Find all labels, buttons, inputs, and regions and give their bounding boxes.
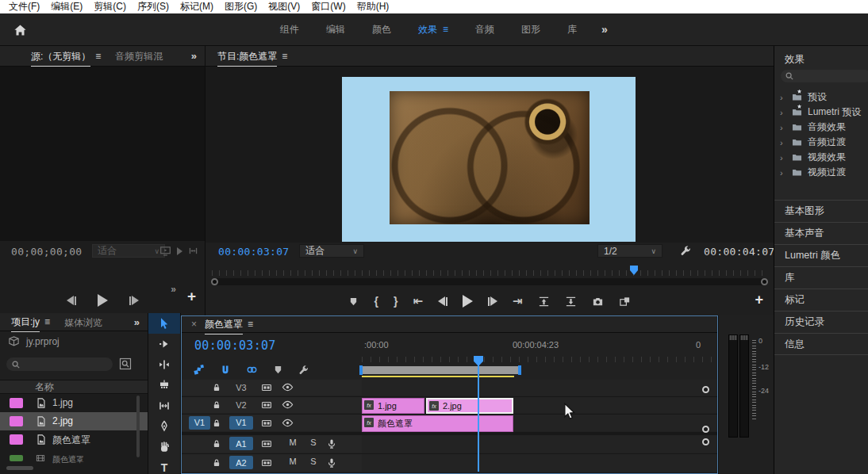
track-a1-label[interactable]: A1 <box>229 437 253 450</box>
project-row-color-matte[interactable]: 颜色遮罩 <box>0 430 148 449</box>
lift-button[interactable] <box>538 296 550 308</box>
timeline-ruler[interactable]: :00:00 00:00:04:23 0 <box>362 335 717 362</box>
program-zoom-scrollbar[interactable] <box>212 278 767 285</box>
track-select-tool[interactable] <box>148 334 180 354</box>
timeline-timecode[interactable]: 00:00:03:07 <box>194 338 276 353</box>
lock-icon[interactable] <box>212 400 221 410</box>
track-v3-label[interactable]: V3 <box>229 380 253 394</box>
project-horizontal-scrollbar[interactable] <box>6 466 33 470</box>
panel-menu-icon[interactable]: ≡ <box>282 51 287 62</box>
source-patch-icon[interactable] <box>261 457 272 468</box>
new-search-bin-button[interactable] <box>119 357 133 371</box>
tab-audio-clip-mixer[interactable]: 音频剪辑混 <box>108 46 170 66</box>
solo-button[interactable]: S <box>307 438 320 447</box>
tab-lumetri-color[interactable]: Lumetri 颜色 <box>774 244 868 266</box>
tab-essential-graphics[interactable]: 基本图形 <box>774 200 868 222</box>
project-row-2jpg[interactable]: 2.jpg <box>0 412 148 430</box>
chevron-right-icon[interactable]: › <box>780 153 786 162</box>
chevron-right-icon[interactable]: › <box>780 93 786 102</box>
source-button-editor-plus[interactable]: + <box>187 288 196 305</box>
panel-menu-icon[interactable]: ≡ <box>248 319 253 330</box>
chevron-right-icon[interactable]: › <box>780 108 786 117</box>
go-to-in-button[interactable]: ⇤ <box>413 294 423 308</box>
menu-graphics[interactable]: 图形(G) <box>219 0 263 13</box>
button-editor-icon[interactable] <box>188 246 198 256</box>
lock-icon[interactable] <box>212 383 221 392</box>
export-frame-button[interactable] <box>592 296 604 308</box>
play-icon[interactable] <box>177 247 182 255</box>
effects-folder-audio-transitions[interactable]: › 音频过渡 <box>774 135 868 150</box>
timeline-scroll-knob[interactable] <box>702 426 709 433</box>
eye-icon[interactable] <box>282 417 294 429</box>
effects-folder-lumetri-presets[interactable]: › Lumetri 预设 <box>774 105 868 120</box>
track-a2-label[interactable]: A2 <box>229 456 253 469</box>
scrollbar-left-knob[interactable] <box>211 278 218 285</box>
effects-folder-video-effects[interactable]: › 视频效果 <box>774 150 868 165</box>
home-button[interactable] <box>10 21 29 40</box>
comparison-view-button[interactable] <box>619 296 631 308</box>
drag-video-icon[interactable] <box>159 245 171 257</box>
lock-icon[interactable] <box>212 439 221 449</box>
tab-sequence[interactable]: 颜色遮罩≡ <box>202 316 256 332</box>
mark-out-button[interactable]: } <box>394 295 398 308</box>
menu-markers[interactable]: 标记(M) <box>175 0 219 13</box>
tab-project[interactable]: 项目:jy≡ <box>4 313 57 331</box>
slip-tool[interactable] <box>148 396 180 416</box>
tab-media-browser[interactable]: 媒体浏览 <box>57 313 109 331</box>
program-zoom-select[interactable]: 适合∨ <box>299 244 364 258</box>
timeline-playhead-head[interactable] <box>474 356 483 366</box>
effects-folder-presets[interactable]: › 预设 <box>774 90 868 105</box>
source-more-buttons[interactable]: » <box>171 284 176 295</box>
tab-info[interactable]: 信息 <box>774 333 868 355</box>
clip-1jpg[interactable]: fx 1.jpg <box>362 398 424 414</box>
track-v1-label[interactable]: V1 <box>229 416 253 430</box>
razor-tool[interactable] <box>148 375 180 396</box>
selection-tool[interactable] <box>148 313 180 334</box>
label-swatch[interactable] <box>10 416 23 426</box>
track-v3-lane[interactable] <box>362 380 717 396</box>
step-back-button[interactable] <box>67 296 76 305</box>
panel-menu-icon[interactable]: ≡ <box>95 51 101 62</box>
add-marker-icon[interactable] <box>273 365 283 375</box>
project-row-1jpg[interactable]: 1.jpg <box>0 394 148 412</box>
timeline-settings-wrench-icon[interactable] <box>298 365 309 376</box>
column-header-name[interactable]: 名称 <box>0 380 148 394</box>
label-swatch[interactable] <box>10 434 23 445</box>
clip-2jpg-selected[interactable]: fx 2.jpg <box>426 398 513 414</box>
workspace-graphics[interactable]: 图形 <box>508 23 554 36</box>
menu-edit[interactable]: 编辑(E) <box>45 0 88 13</box>
type-tool[interactable]: T <box>148 457 180 474</box>
project-search-input[interactable] <box>6 357 113 371</box>
chevron-right-icon[interactable]: › <box>780 138 786 147</box>
project-tab-overflow[interactable]: » <box>126 316 148 328</box>
eye-icon[interactable] <box>282 381 294 393</box>
label-swatch[interactable] <box>10 398 23 408</box>
workspace-overflow-button[interactable]: » <box>590 23 619 36</box>
solo-button[interactable]: S <box>307 457 320 466</box>
linked-selection-icon[interactable] <box>246 364 258 376</box>
pen-tool[interactable] <box>148 416 180 437</box>
chevron-right-icon[interactable]: › <box>780 168 786 178</box>
source-tab-overflow[interactable]: » <box>183 50 205 62</box>
workspace-effects[interactable]: 效果≡ <box>405 23 462 36</box>
play-button[interactable] <box>463 295 473 308</box>
effects-folder-audio-effects[interactable]: › 音频效果 <box>774 120 868 135</box>
program-playhead[interactable] <box>630 266 638 275</box>
chevron-right-icon[interactable]: › <box>780 123 786 132</box>
workspace-editing[interactable]: 编辑 <box>313 23 359 36</box>
go-to-out-button[interactable]: ⇥ <box>513 294 523 308</box>
program-button-editor-plus[interactable]: + <box>755 292 763 308</box>
label-swatch[interactable] <box>10 455 23 461</box>
effects-search-input[interactable] <box>781 70 868 82</box>
workspace-menu-icon[interactable]: ≡ <box>443 24 448 35</box>
track-a1-lane[interactable] <box>362 435 717 453</box>
extract-button[interactable] <box>565 296 577 308</box>
workspace-assembly[interactable]: 组件 <box>267 23 313 36</box>
project-row-sequence[interactable]: 颜色遮罩 <box>0 449 148 467</box>
clip-color-matte[interactable]: fx 颜色遮罩 <box>362 415 513 432</box>
play-button[interactable] <box>98 294 108 307</box>
source-patch-v1-badge[interactable]: V1 <box>189 416 210 430</box>
source-timecode[interactable]: 00;00;00;00 <box>11 246 82 258</box>
ripple-edit-tool[interactable] <box>148 354 180 375</box>
step-forward-button[interactable] <box>129 296 139 305</box>
